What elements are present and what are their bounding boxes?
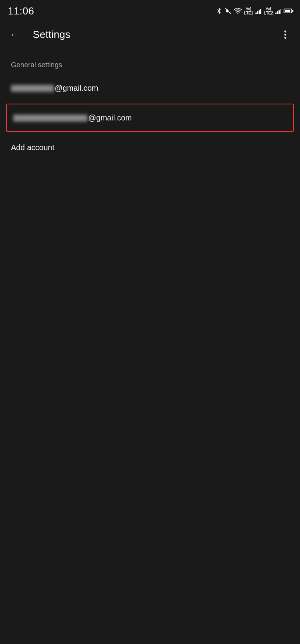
account-email-blurred-2 bbox=[13, 115, 88, 122]
more-dots-icon bbox=[284, 30, 286, 39]
account-email-2: @gmail.com bbox=[13, 113, 132, 122]
signal2-icon bbox=[275, 8, 281, 14]
settings-content: General settings @gmail.com @gmail.com A… bbox=[0, 48, 300, 168]
volte2-group: Vo) LTE2 bbox=[264, 7, 273, 15]
wifi-icon bbox=[234, 8, 242, 14]
svg-point-1 bbox=[237, 13, 238, 14]
status-bar: 11:06 Vo) LTE1 bbox=[0, 0, 300, 20]
mute-icon bbox=[225, 8, 232, 14]
more-options-button[interactable] bbox=[277, 26, 294, 43]
back-arrow-icon: ← bbox=[10, 29, 20, 39]
signal1-icon bbox=[255, 8, 261, 14]
status-icons: Vo) LTE1 Vo) LTE2 bbox=[216, 7, 292, 15]
account-item-2[interactable]: @gmail.com bbox=[6, 104, 294, 132]
toolbar: ← Settings bbox=[0, 20, 300, 48]
add-account-item[interactable]: Add account bbox=[0, 133, 300, 161]
account-email-1: @gmail.com bbox=[11, 84, 98, 93]
add-account-label: Add account bbox=[11, 143, 54, 152]
back-button[interactable]: ← bbox=[6, 26, 23, 43]
volte1-group: Vo) LTE1 bbox=[244, 7, 254, 15]
toolbar-left: ← Settings bbox=[6, 26, 70, 43]
status-time: 11:06 bbox=[8, 5, 34, 17]
bluetooth-icon bbox=[216, 7, 222, 14]
page-title: Settings bbox=[33, 29, 70, 41]
battery-icon bbox=[284, 9, 292, 13]
general-settings-label: General settings bbox=[0, 55, 300, 74]
account-email-blurred-1 bbox=[11, 85, 54, 92]
account-item-1[interactable]: @gmail.com bbox=[0, 74, 300, 102]
